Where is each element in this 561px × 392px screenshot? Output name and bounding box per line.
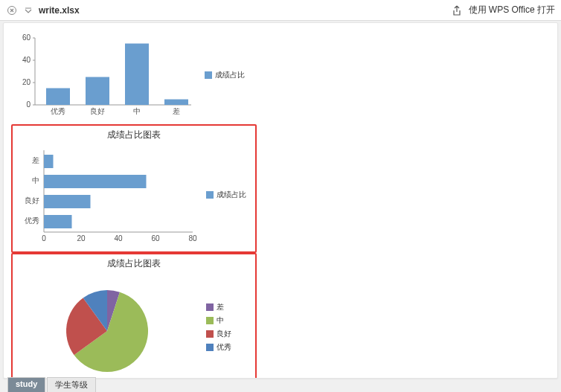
svg-text:60: 60: [151, 234, 160, 242]
svg-text:良好: 良好: [25, 196, 39, 205]
svg-text:80: 80: [188, 234, 197, 242]
legend-优秀: 优秀: [217, 342, 231, 353]
chart-vertical-bar: 0 20 40 60 优秀 良好 中 差 成绩占比: [11, 28, 257, 124]
spreadsheet-content: 0 20 40 60 优秀 良好 中 差 成绩占比 成绩占比图表: [3, 22, 558, 379]
chart3-title: 成绩占比图表: [14, 257, 254, 270]
svg-text:40: 40: [22, 56, 31, 64]
document-title: write.xlsx: [39, 5, 80, 16]
svg-text:良好: 良好: [90, 107, 105, 115]
bar-差: [164, 100, 188, 106]
close-icon[interactable]: [6, 4, 18, 16]
window-header: write.xlsx 使用 WPS Office 打开: [0, 0, 561, 21]
hbar-优秀: [44, 215, 72, 228]
svg-text:优秀: 优秀: [51, 107, 65, 115]
svg-text:差: 差: [173, 107, 180, 115]
bar-中: [125, 44, 149, 106]
legend-label: 成绩占比: [215, 70, 245, 80]
sheet-tabs: study 学生等级: [7, 377, 96, 392]
open-with-wps-button[interactable]: 使用 WPS Office 打开: [469, 4, 555, 16]
legend-良好: 良好: [217, 329, 231, 339]
share-icon[interactable]: [451, 4, 463, 16]
svg-text:60: 60: [22, 33, 31, 42]
svg-text:优秀: 优秀: [25, 216, 39, 225]
pie-group: [66, 290, 148, 372]
chart2-title: 成绩占比图表: [14, 129, 254, 141]
svg-text:中: 中: [133, 107, 141, 115]
tab-student-grade[interactable]: 学生等级: [47, 377, 96, 392]
hbar-差: [44, 155, 54, 168]
legend-中: 中: [217, 315, 224, 326]
chart-pie: 成绩占比图表 差 中 良好 优秀: [11, 253, 257, 379]
svg-text:0: 0: [26, 100, 31, 109]
svg-text:40: 40: [114, 234, 123, 242]
bar-良好: [86, 77, 109, 106]
chart3-svg: [14, 271, 200, 379]
expand-icon[interactable]: [22, 4, 34, 16]
svg-text:20: 20: [22, 78, 31, 86]
svg-text:差: 差: [32, 156, 39, 164]
bar-优秀: [46, 89, 70, 106]
tab-study[interactable]: study: [7, 377, 45, 392]
chart2-svg: 0 20 40 60 80 差 中 良好 优秀: [14, 143, 200, 247]
chart3-legend: 差 中 良好 优秀: [206, 302, 231, 353]
legend-label: 成绩占比: [217, 190, 246, 200]
chart1-svg: 0 20 40 60 优秀 良好 中 差: [13, 30, 199, 120]
svg-text:中: 中: [32, 176, 39, 184]
svg-text:20: 20: [77, 234, 86, 242]
chart-horizontal-bar: 成绩占比图表 0 20 40 60 80 差 中 良好: [11, 124, 257, 253]
hbar-良好: [44, 195, 91, 208]
hbar-中: [44, 175, 147, 188]
chart2-legend: 成绩占比: [206, 190, 246, 200]
legend-差: 差: [217, 302, 224, 312]
chart1-legend: 成绩占比: [205, 70, 245, 80]
svg-text:0: 0: [42, 234, 46, 242]
